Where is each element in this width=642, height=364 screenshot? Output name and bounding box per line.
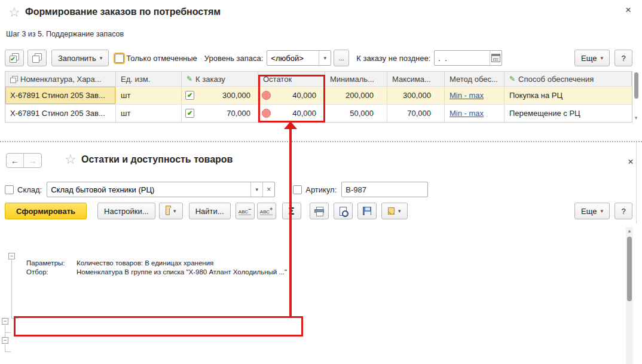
stock-filters: Склад: ▾ × Артикул: xyxy=(5,181,632,198)
help-button[interactable]: ? xyxy=(615,203,632,219)
favorite-star-icon[interactable]: ☆ xyxy=(65,153,77,166)
floppy-icon xyxy=(363,207,371,215)
expand-icon: АВС+ xyxy=(260,207,273,215)
back-icon[interactable]: ← xyxy=(7,154,24,167)
due-date-field[interactable] xyxy=(434,50,502,66)
col-min[interactable]: Минималь... xyxy=(325,72,387,86)
article-checkbox[interactable] xyxy=(293,185,302,194)
cell-nomenclature[interactable]: Х-67891 Стинол 205 Зав... xyxy=(5,105,116,122)
expand-groups-button[interactable]: АВС+ xyxy=(257,203,276,219)
params-label: Параметры: xyxy=(26,259,65,267)
collapse-groups-button[interactable]: АВС− xyxy=(236,203,255,219)
forward-icon[interactable]: → xyxy=(24,154,41,167)
check-all-icon: ✔ xyxy=(9,53,20,64)
cell-max[interactable]: 300,000 xyxy=(387,87,445,104)
more-button[interactable]: Еще ▾ xyxy=(574,50,610,66)
printer-icon xyxy=(314,207,324,215)
save-button[interactable] xyxy=(357,203,377,219)
only-marked-label: Только отмеченные xyxy=(126,54,197,63)
col-max[interactable]: Максима... xyxy=(387,72,445,86)
scroll-up-icon[interactable]: ▲ xyxy=(627,229,632,234)
article-input[interactable] xyxy=(341,182,428,197)
stock-level-select[interactable]: ▾ xyxy=(267,50,331,66)
min-max-link[interactable]: Min - max xyxy=(450,109,484,118)
fill-button[interactable]: Заполнить ▾ xyxy=(51,50,109,66)
more-button[interactable]: Еще ▾ xyxy=(574,203,610,219)
cell-min[interactable]: 50,000 xyxy=(325,105,387,122)
cell-unit[interactable]: шт xyxy=(116,87,182,104)
scroll-down-icon[interactable]: ▼ xyxy=(634,116,638,121)
send-mail-button[interactable]: ▾ xyxy=(381,203,408,219)
tree-line xyxy=(5,332,11,333)
cell-to-order[interactable]: ✔70,000 xyxy=(182,105,258,122)
cell-nomenclature[interactable]: Х-67891 Стинол 205 Зав... xyxy=(5,87,116,104)
find-button[interactable]: Найти... xyxy=(189,203,231,219)
orders-window-title: Формирование заказов по потребностям xyxy=(25,7,221,17)
calendar-icon[interactable] xyxy=(490,51,502,65)
preview-button[interactable] xyxy=(334,203,353,219)
cell-method[interactable]: Min - max xyxy=(445,87,505,104)
history-nav: ← → xyxy=(6,153,42,168)
selection-value: Номенклатура В группе из списка "Х-980 А… xyxy=(77,268,287,276)
envelope-icon xyxy=(388,207,395,215)
warehouse-checkbox[interactable] xyxy=(5,185,14,194)
report-scrollbar-thumb[interactable] xyxy=(627,237,632,301)
chevron-down-icon: ▾ xyxy=(600,208,603,214)
orders-scrollbar[interactable] xyxy=(634,72,638,99)
selection-label: Отбор: xyxy=(26,268,48,276)
generate-button[interactable]: Сформировать xyxy=(5,203,87,219)
cell-max[interactable]: 70,000 xyxy=(387,105,445,122)
stock-level-input[interactable] xyxy=(267,51,319,65)
col-to-order[interactable]: ✎К заказу xyxy=(182,72,258,86)
tree-line xyxy=(5,351,11,352)
collapse-icon: АВС− xyxy=(239,207,251,215)
cell-to-order[interactable]: ✔300,000 xyxy=(182,87,258,104)
cell-min[interactable]: 200,000 xyxy=(325,87,387,104)
row-checkbox[interactable]: ✔ xyxy=(185,91,194,100)
annotation-arrow-line xyxy=(289,128,292,317)
min-max-link[interactable]: Min - max xyxy=(450,91,484,100)
check-all-button[interactable]: ✔ xyxy=(5,50,24,66)
orders-toolbar: ✔ Заполнить ▾ Только отмеченные Уровень … xyxy=(5,49,632,67)
col-unit[interactable]: Ед. изм. xyxy=(116,72,182,86)
uncheck-all-button[interactable] xyxy=(27,50,47,66)
screen: ☆ Формирование заказов по потребностям ×… xyxy=(0,0,642,364)
cell-unit[interactable]: шт xyxy=(116,105,182,122)
tree-line xyxy=(5,344,5,351)
clear-icon[interactable]: × xyxy=(262,182,274,197)
cell-way[interactable]: Перемещение с РЦ xyxy=(505,105,632,122)
cell-way[interactable]: Покупка на РЦ xyxy=(505,87,632,104)
stock-level-more-button[interactable]: ... xyxy=(334,50,349,66)
article-label: Артикул: xyxy=(305,185,337,194)
col-nomenclature[interactable]: Номенклатура, Хара... xyxy=(5,72,116,86)
tree-toggle[interactable]: − xyxy=(2,337,8,344)
help-button[interactable]: ? xyxy=(615,50,632,66)
preview-icon xyxy=(340,207,347,216)
tree-toggle[interactable]: − xyxy=(2,318,8,325)
settings-button[interactable]: Настройки... xyxy=(97,203,155,219)
chevron-down-icon: ▾ xyxy=(100,55,103,61)
warehouse-select[interactable]: ▾ × xyxy=(47,182,275,197)
due-date-input[interactable] xyxy=(435,51,490,65)
stock-level-label: Уровень запаса: xyxy=(204,54,264,63)
report-variants-button[interactable]: ▾ xyxy=(159,203,183,219)
chevron-down-icon[interactable]: ▾ xyxy=(250,182,262,197)
col-method[interactable]: Метод обес... xyxy=(445,72,505,86)
only-marked-checkbox[interactable] xyxy=(115,54,124,63)
stock-toolbar: Сформировать Настройки... ▾ Найти... АВС… xyxy=(5,202,632,220)
print-button[interactable] xyxy=(310,203,329,219)
tree-line xyxy=(11,260,12,318)
col-way[interactable]: ✎Способ обеспечения xyxy=(505,72,632,86)
favorite-star-icon[interactable]: ☆ xyxy=(8,6,20,19)
tree-toggle[interactable]: − xyxy=(8,253,15,259)
chevron-down-icon[interactable]: ▾ xyxy=(319,51,331,65)
due-date-label: К заказу не позднее: xyxy=(356,54,430,63)
cell-method[interactable]: Min - max xyxy=(445,105,505,122)
stock-window-title: Остатки и доступность товаров xyxy=(81,154,233,165)
row-checkbox[interactable]: ✔ xyxy=(185,109,194,118)
stock-close-icon[interactable]: × xyxy=(628,157,634,167)
folder-icon xyxy=(166,207,170,215)
orders-close-icon[interactable]: × xyxy=(625,5,631,15)
params-value: Количество товаров: В единицах хранения xyxy=(77,259,213,267)
warehouse-input[interactable] xyxy=(47,182,250,197)
